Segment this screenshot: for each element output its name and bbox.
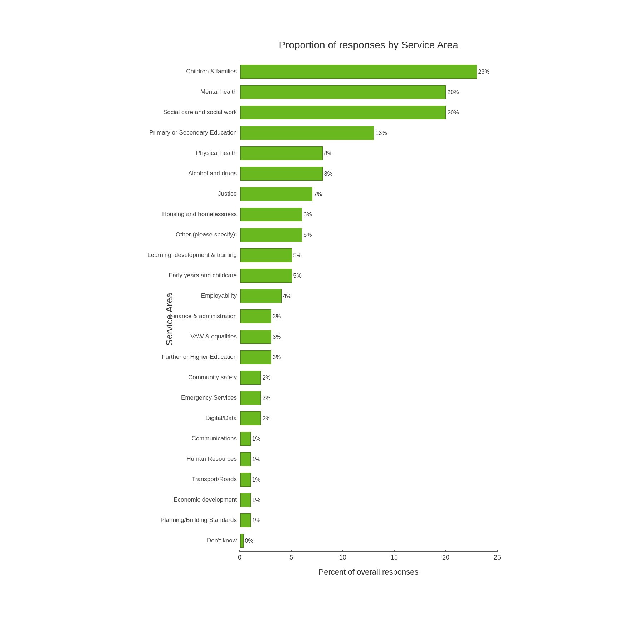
bar-row: Communications1%	[240, 429, 497, 449]
bar-row: Human Resources1%	[240, 449, 497, 469]
x-tick: 15	[391, 554, 398, 561]
bar-pct-label: 1%	[252, 517, 260, 524]
bar-row: Community safety2%	[240, 367, 497, 388]
bar-fill	[240, 473, 251, 487]
bar-label: Further or Higher Education	[162, 353, 237, 361]
bar-pct-label: 8%	[324, 150, 332, 157]
bar-pct-label: 1%	[252, 456, 260, 463]
x-tick: 10	[339, 554, 346, 561]
bar-fill	[240, 493, 251, 507]
bar-label: Transport/Roads	[192, 476, 237, 483]
bar-row: Emergency Services2%	[240, 388, 497, 408]
bar-row: Planning/Building Standards1%	[240, 510, 497, 531]
bar-label: Early years and childcare	[169, 272, 237, 279]
bar-row: Employability4%	[240, 286, 497, 306]
bar-fill	[240, 269, 292, 283]
bar-row: Early years and childcare5%	[240, 265, 497, 286]
bar-row: Children & families23%	[240, 62, 497, 82]
bar-label: Social care and social work	[163, 109, 237, 116]
bar-pct-label: 8%	[324, 171, 332, 177]
bar-pct-label: 13%	[375, 130, 387, 136]
bar-fill	[240, 208, 302, 222]
bar-row: Learning, development & training5%	[240, 245, 497, 265]
grid-line	[497, 62, 498, 551]
bar-pct-label: 0%	[245, 538, 253, 544]
bar-label: Housing and homelessness	[162, 211, 237, 218]
bar-pct-label: 1%	[252, 477, 260, 483]
x-tick-line	[291, 550, 292, 552]
bars-area: Children & families23%Mental health20%So…	[240, 62, 497, 551]
bar-row: Economic development1%	[240, 490, 497, 510]
bar-label: Justice	[218, 190, 237, 197]
bar-pct-label: 20%	[447, 109, 459, 116]
grid-line	[343, 62, 343, 551]
x-tick: 25	[494, 554, 501, 561]
bar-label: Economic development	[174, 496, 237, 503]
x-tick: 5	[289, 554, 293, 561]
bar-pct-label: 2%	[262, 375, 270, 381]
x-tick-line	[497, 550, 498, 552]
bar-fill	[240, 330, 271, 344]
bar-fill	[240, 248, 292, 263]
bar-fill	[240, 432, 251, 446]
bar-label: Planning/Building Standards	[160, 517, 237, 524]
bar-label: Emergency Services	[181, 394, 237, 401]
bar-fill	[240, 309, 271, 324]
bar-pct-label: 5%	[293, 273, 302, 279]
bar-fill	[240, 289, 282, 303]
bar-fill	[240, 391, 261, 405]
x-tick-line	[445, 550, 446, 552]
x-tick: 20	[442, 554, 449, 561]
bar-pct-label: 23%	[478, 69, 490, 75]
bar-fill	[240, 228, 302, 242]
bar-label: Children & families	[186, 68, 237, 75]
bar-pct-label: 7%	[314, 191, 322, 197]
bar-row: Justice7%	[240, 184, 497, 204]
bar-label: Primary or Secondary Education	[149, 129, 237, 136]
bar-pct-label: 4%	[283, 293, 291, 299]
bar-label: Digital/Data	[205, 415, 237, 422]
bar-row: Don’t know0%	[240, 531, 497, 551]
bar-label: Alcohol and drugs	[188, 170, 237, 177]
x-tick-line	[239, 550, 240, 552]
bar-row: Finance & administration3%	[240, 306, 497, 327]
bar-pct-label: 1%	[252, 436, 260, 442]
bar-label: Learning, development & training	[148, 252, 237, 259]
bar-row: Further or Higher Education3%	[240, 347, 497, 367]
bar-label: Human Resources	[186, 455, 237, 463]
bar-label: Employability	[201, 292, 237, 299]
x-tick-line	[342, 550, 343, 552]
bar-label: Other (please specify):	[176, 231, 237, 238]
bar-fill	[240, 452, 251, 467]
bar-pct-label: 2%	[262, 395, 270, 401]
bar-label: Don’t know	[207, 537, 237, 544]
bar-row: Digital/Data2%	[240, 408, 497, 429]
x-tick-line	[394, 550, 395, 552]
chart-container: Proportion of responses by Service Area …	[125, 18, 519, 626]
bar-fill	[240, 187, 312, 201]
bar-label: Physical health	[196, 150, 237, 157]
bar-label: Finance & administration	[170, 313, 237, 320]
bar-fill	[240, 534, 244, 548]
grid-line	[446, 62, 446, 551]
x-axis-label: Percent of overall responses	[240, 567, 497, 577]
bar-row: Primary or Secondary Education13%	[240, 123, 497, 143]
bar-label: Communications	[191, 435, 237, 442]
bar-fill	[240, 167, 323, 181]
bar-pct-label: 6%	[303, 211, 312, 218]
bar-label: VAW & equalities	[191, 333, 237, 340]
grid-line	[395, 62, 395, 551]
bar-fill	[240, 371, 261, 385]
x-tick: 0	[238, 554, 241, 561]
grid-line	[292, 62, 292, 551]
bar-row: Housing and homelessness6%	[240, 204, 497, 225]
bar-fill	[240, 411, 261, 426]
bar-row: Social care and social work20%	[240, 102, 497, 123]
bar-pct-label: 3%	[273, 334, 281, 340]
bar-row: Transport/Roads1%	[240, 469, 497, 490]
chart-title: Proportion of responses by Service Area	[240, 39, 497, 51]
bar-pct-label: 3%	[273, 313, 281, 320]
bar-pct-label: 20%	[447, 89, 459, 96]
bar-pct-label: 3%	[273, 354, 281, 361]
bar-row: Other (please specify):6%	[240, 225, 497, 245]
